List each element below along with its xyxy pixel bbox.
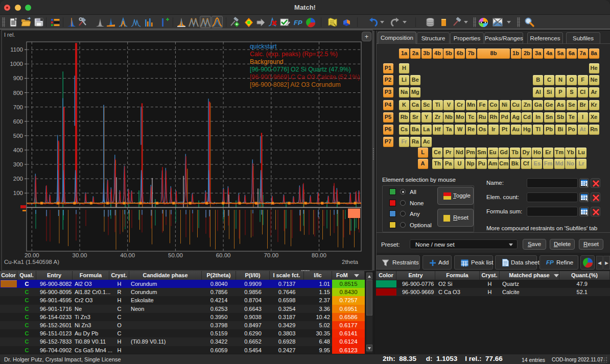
svg-text:300: 300 — [13, 161, 23, 167]
svg-text:500: 500 — [13, 133, 23, 139]
svg-text:1100: 1100 — [10, 46, 23, 53]
svg-text:1000: 1000 — [10, 61, 23, 67]
svg-text:quickstart: quickstart — [250, 43, 277, 50]
svg-text:200: 200 — [13, 176, 23, 182]
svg-text:20.00: 20.00 — [25, 252, 39, 258]
svg-text:[96-900-9669] C Ca O3 Calcite: [96-900-9669] C Ca O3 Calcite (52.1%) — [250, 74, 360, 81]
svg-text:900: 900 — [13, 75, 23, 81]
svg-text:400: 400 — [13, 147, 23, 153]
svg-text:600: 600 — [13, 118, 23, 125]
svg-text:700: 700 — [13, 104, 23, 110]
svg-text:Cu-Ka1 (1.540598 A): Cu-Ka1 (1.540598 A) — [4, 259, 59, 265]
svg-text:50.00: 50.00 — [168, 252, 183, 258]
svg-text:[96-900-8082] Al2 O3 Corundum: [96-900-8082] Al2 O3 Corundum — [250, 81, 341, 88]
svg-text:I rel.: I rel. — [4, 32, 15, 38]
svg-text:100: 100 — [13, 190, 23, 196]
svg-text:2theta: 2theta — [342, 259, 359, 265]
svg-text:Background: Background — [250, 58, 284, 65]
svg-text:80.00: 80.00 — [312, 252, 326, 258]
svg-text:60.00: 60.00 — [216, 252, 231, 258]
svg-text:[96-900-0776] O2 Si Quartz (47: [96-900-0776] O2 Si Quartz (47.9%) — [250, 66, 351, 73]
svg-text:30.00: 30.00 — [73, 252, 87, 258]
svg-text:800: 800 — [13, 90, 23, 96]
svg-text:40.00: 40.00 — [120, 252, 135, 258]
svg-text:70.00: 70.00 — [264, 252, 278, 258]
svg-text:Calc. (exp. peaks) (Rp=12.5 %): Calc. (exp. peaks) (Rp=12.5 %) — [250, 51, 338, 58]
